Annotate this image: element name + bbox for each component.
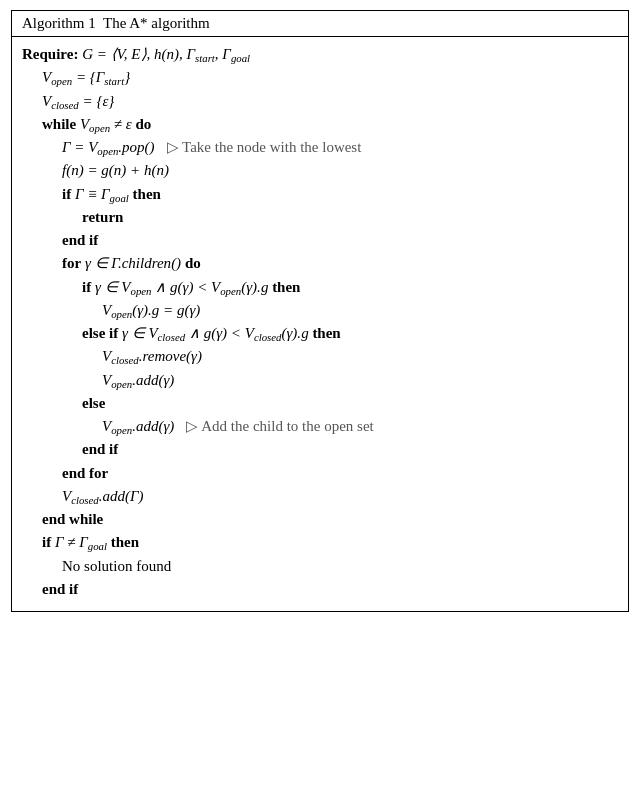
line-pop: Γ = Vopen.pop() ▷ Take the node with the… <box>22 136 618 159</box>
line-endif-1: end if <box>22 229 618 252</box>
line-fn: f(n) = g(n) + h(n) <box>22 159 618 182</box>
algorithm-title: The A* algorithm <box>103 15 210 31</box>
line-if-vopen: if γ ∈ Vopen ∧ g(γ) < Vopen(γ).g then <box>22 276 618 299</box>
line-while: while Vopen ≠ ε do <box>22 113 618 136</box>
require-line: Require: G = ⟨V, E⟩, h(n), Γstart, Γgoal <box>22 43 618 66</box>
line-vopen-add-2: Vopen.add(γ) ▷ Add the child to the open… <box>22 415 618 438</box>
line-for: for γ ∈ Γ.children() do <box>22 252 618 275</box>
line-endfor: end for <box>22 462 618 485</box>
line-if-goal: if Γ ≡ Γgoal then <box>22 183 618 206</box>
line-if-nosolution: if Γ ≠ Γgoal then <box>22 531 618 554</box>
algorithm-header: Algorithm 1 The A* algorithm <box>12 11 628 37</box>
line-endif-2: end if <box>22 438 618 461</box>
line-vclosed-init: Vclosed = {ε} <box>22 90 618 113</box>
comment-add: ▷ Add the child to the open set <box>186 415 373 438</box>
algorithm-body: Require: G = ⟨V, E⟩, h(n), Γstart, Γgoal… <box>12 37 628 611</box>
line-vclosed-add: Vclosed.add(Γ) <box>22 485 618 508</box>
comment-pop: ▷ Take the node with the lowest <box>167 136 362 159</box>
line-vopen-add-1: Vopen.add(γ) <box>22 369 618 392</box>
algorithm-box: Algorithm 1 The A* algorithm Require: G … <box>11 10 629 612</box>
require-content: G = ⟨V, E⟩, h(n), Γstart, Γgoal <box>82 43 250 66</box>
line-endwhile: end while <box>22 508 618 531</box>
line-vopen-init: Vopen = {Γstart} <box>22 66 618 89</box>
line-no-solution: No solution found <box>22 555 618 578</box>
require-label: Require: <box>22 43 82 66</box>
line-vclosed-remove: Vclosed.remove(γ) <box>22 345 618 368</box>
line-else: else <box>22 392 618 415</box>
algorithm-number: Algorithm 1 <box>22 15 103 31</box>
line-elseif-vclosed: else if γ ∈ Vclosed ∧ g(γ) < Vclosed(γ).… <box>22 322 618 345</box>
line-endif-3: end if <box>22 578 618 601</box>
line-update-vopen: Vopen(γ).g = g(γ) <box>22 299 618 322</box>
line-return: return <box>22 206 618 229</box>
